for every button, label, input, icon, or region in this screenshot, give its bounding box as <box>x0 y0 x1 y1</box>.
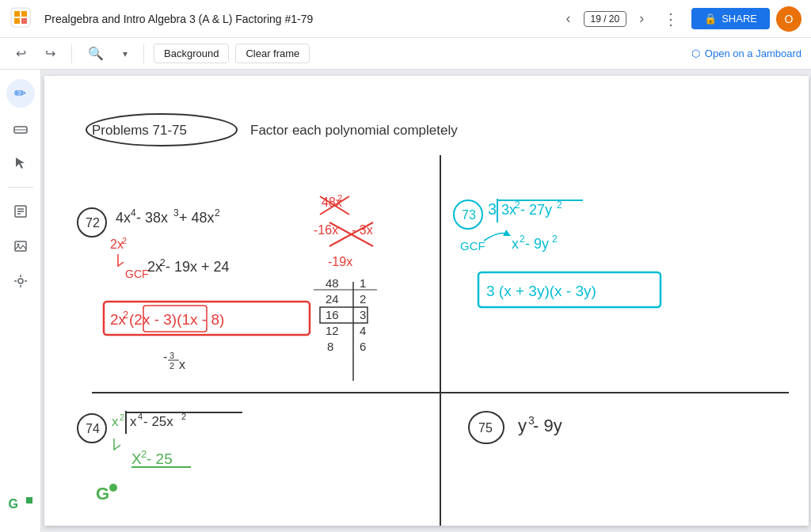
svg-text:2: 2 <box>160 257 166 268</box>
drawing-layer: Problems 71-75 Factor each polynomial co… <box>44 76 809 526</box>
svg-text:- 9y: - 9y <box>533 416 562 435</box>
prev-page-button[interactable]: ‹ <box>560 7 577 30</box>
pen-tool[interactable]: ✏ <box>6 79 35 108</box>
svg-rect-4 <box>21 18 27 24</box>
svg-text:y: y <box>518 416 527 435</box>
toolbar-divider-2 <box>143 44 144 63</box>
svg-text:Factor each polynomial complet: Factor each polynomial completely <box>250 123 458 138</box>
undo-button[interactable]: ↩ <box>10 43 32 64</box>
svg-text:- 19x + 24: - 19x + 24 <box>166 259 230 275</box>
toolbar: ↩ ↪ 🔍 ▾ Background Clear frame ⬡ Open on… <box>0 38 811 70</box>
share-button[interactable]: 🔒 SHARE <box>691 8 770 29</box>
svg-text:2: 2 <box>215 207 220 218</box>
svg-text:12: 12 <box>326 324 339 337</box>
svg-text:2: 2 <box>520 234 525 245</box>
svg-text:- 3x: - 3x <box>352 223 373 237</box>
svg-point-13 <box>18 279 23 283</box>
svg-text:G: G <box>96 484 109 504</box>
svg-text:8: 8 <box>327 340 333 353</box>
jamboard-label: Open on a Jamboard <box>705 48 801 59</box>
document-title: Prealgebra and Intro Algebra 3 (A & L) F… <box>44 13 554 25</box>
redo-button[interactable]: ↪ <box>39 43 62 64</box>
svg-text:x: x <box>512 236 519 252</box>
svg-text:3 (x + 3y)(x - 3y): 3 (x + 3y)(x - 3y) <box>486 283 596 299</box>
share-label: SHARE <box>722 13 757 25</box>
svg-text:-19x: -19x <box>328 255 352 268</box>
left-sidebar: ✏ G <box>0 70 41 532</box>
svg-text:4: 4 <box>131 207 136 218</box>
zoom-dropdown-button[interactable]: ▾ <box>116 45 134 63</box>
svg-text:-: - <box>163 350 167 363</box>
svg-rect-1 <box>14 11 20 17</box>
svg-point-100 <box>109 484 117 492</box>
g-dot-indicator: G <box>9 497 32 516</box>
zoom-button[interactable]: 🔍 <box>82 43 110 64</box>
svg-text:2: 2 <box>552 234 558 245</box>
svg-text:73: 73 <box>462 208 476 222</box>
svg-point-12 <box>17 244 19 246</box>
page-indicator: 19 / 20 <box>584 11 627 27</box>
svg-text:74: 74 <box>86 422 100 435</box>
svg-text:GCF: GCF <box>460 239 485 253</box>
svg-text:72: 72 <box>86 216 100 230</box>
svg-text:Problems 71-75: Problems 71-75 <box>92 123 187 138</box>
svg-text:3: 3 <box>173 207 179 218</box>
toolbar-divider <box>71 44 72 63</box>
svg-text:24: 24 <box>326 292 339 306</box>
svg-text:2: 2 <box>181 412 186 421</box>
svg-text:4: 4 <box>138 412 143 421</box>
image-tool[interactable] <box>6 232 35 260</box>
svg-rect-3 <box>14 18 20 24</box>
svg-text:x: x <box>179 358 185 371</box>
svg-text:- 25: - 25 <box>147 450 173 467</box>
next-page-button[interactable]: › <box>633 7 650 30</box>
svg-text:2: 2 <box>122 236 127 245</box>
svg-text:3: 3 <box>169 351 174 360</box>
top-bar: Prealgebra and Intro Algebra 3 (A & L) F… <box>0 0 811 38</box>
svg-text:2: 2 <box>123 309 128 321</box>
svg-rect-2 <box>21 11 27 17</box>
app-logo <box>10 6 32 32</box>
sidebar-separator <box>8 187 33 188</box>
svg-rect-11 <box>15 241 26 251</box>
svg-text:48: 48 <box>326 276 339 290</box>
svg-text:x: x <box>112 414 119 429</box>
open-jamboard-button[interactable]: ⬡ Open on a Jamboard <box>691 48 801 59</box>
svg-text:2: 2 <box>360 292 366 306</box>
svg-text:- 25x: - 25x <box>143 414 173 429</box>
main-area: ✏ G <box>0 70 811 532</box>
svg-text:x: x <box>130 414 137 429</box>
svg-text:3: 3 <box>488 200 497 218</box>
svg-text:- 27y: - 27y <box>520 202 552 218</box>
svg-text:2: 2 <box>169 361 174 370</box>
svg-text:- 38x: - 38x <box>136 210 168 226</box>
eraser-tool[interactable] <box>6 114 35 142</box>
laser-tool[interactable] <box>6 267 35 295</box>
lock-icon: 🔒 <box>704 13 717 25</box>
whiteboard[interactable]: Problems 71-75 Factor each polynomial co… <box>44 76 809 526</box>
svg-rect-0 <box>11 8 30 27</box>
jamboard-icon: ⬡ <box>691 48 700 59</box>
svg-text:75: 75 <box>478 421 493 435</box>
note-tool[interactable] <box>6 197 35 226</box>
svg-text:2: 2 <box>120 412 124 422</box>
svg-text:+ 48x: + 48x <box>179 210 215 226</box>
svg-text:- 9y: - 9y <box>525 236 549 252</box>
clear-frame-button[interactable]: Clear frame <box>235 44 310 63</box>
canvas-area[interactable]: Problems 71-75 Factor each polynomial co… <box>41 70 811 532</box>
svg-text:4: 4 <box>360 324 366 337</box>
svg-text:16: 16 <box>326 308 339 321</box>
more-options-button[interactable]: ⋮ <box>657 6 685 32</box>
svg-text:GCF: GCF <box>125 268 149 280</box>
svg-text:4x: 4x <box>116 210 131 226</box>
svg-text:2: 2 <box>557 200 562 211</box>
background-button[interactable]: Background <box>154 44 229 63</box>
select-tool[interactable] <box>6 149 35 177</box>
svg-text:2: 2 <box>515 200 520 211</box>
user-avatar[interactable]: O <box>776 6 801 32</box>
svg-text:3: 3 <box>360 308 366 321</box>
svg-text:1: 1 <box>360 276 366 290</box>
svg-text:6: 6 <box>360 340 366 353</box>
